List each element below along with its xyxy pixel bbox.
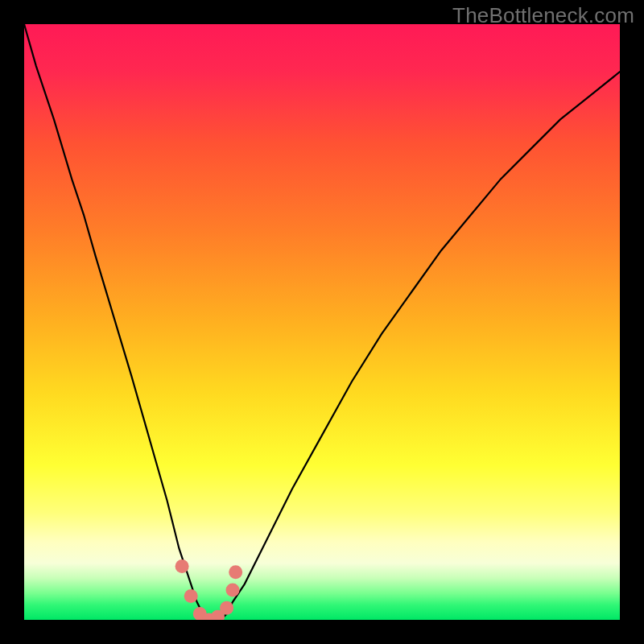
curve-marker: [220, 601, 233, 615]
curve-markers: [175, 559, 243, 620]
bottleneck-curve: [24, 24, 620, 620]
curve-marker: [184, 589, 198, 603]
curve-marker: [229, 565, 242, 579]
chart-frame: [24, 24, 620, 620]
chart-plot: [24, 24, 620, 620]
curve-marker: [226, 584, 240, 597]
curve-marker: [175, 559, 189, 573]
